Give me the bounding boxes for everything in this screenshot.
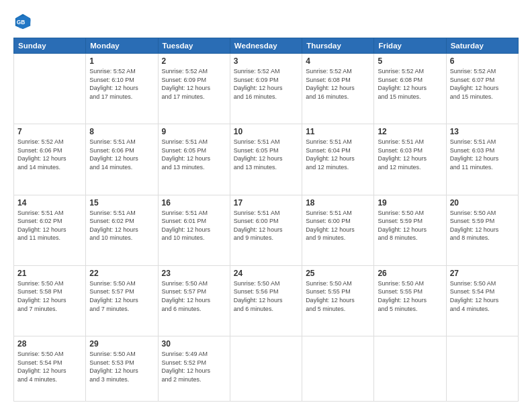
calendar-week-row: 14Sunrise: 5:51 AM Sunset: 6:02 PM Dayli…	[14, 195, 519, 265]
day-of-week-header: Friday	[374, 38, 446, 54]
calendar-cell: 15Sunrise: 5:51 AM Sunset: 6:02 PM Dayli…	[86, 195, 158, 265]
day-number: 5	[378, 56, 442, 66]
calendar-cell: 6Sunrise: 5:52 AM Sunset: 6:07 PM Daylig…	[446, 54, 518, 124]
calendar-cell: 20Sunrise: 5:50 AM Sunset: 5:59 PM Dayli…	[446, 195, 518, 265]
day-number: 7	[17, 127, 82, 136]
calendar-cell: 17Sunrise: 5:51 AM Sunset: 6:00 PM Dayli…	[230, 195, 302, 265]
day-number: 24	[234, 269, 298, 278]
calendar-cell: 18Sunrise: 5:51 AM Sunset: 6:00 PM Dayli…	[302, 195, 374, 265]
day-info: Sunrise: 5:50 AM Sunset: 5:54 PM Dayligh…	[17, 350, 82, 383]
calendar-cell: 26Sunrise: 5:50 AM Sunset: 5:55 PM Dayli…	[374, 265, 446, 336]
day-number: 14	[17, 198, 82, 208]
day-number: 30	[162, 339, 226, 349]
calendar-cell: 19Sunrise: 5:50 AM Sunset: 5:59 PM Dayli…	[374, 195, 446, 265]
day-number: 18	[306, 198, 370, 208]
day-info: Sunrise: 5:51 AM Sunset: 6:03 PM Dayligh…	[450, 138, 515, 171]
calendar-cell: 7Sunrise: 5:52 AM Sunset: 6:06 PM Daylig…	[14, 124, 86, 195]
day-number: 20	[450, 198, 515, 208]
calendar-cell	[230, 336, 302, 402]
day-info: Sunrise: 5:51 AM Sunset: 6:05 PM Dayligh…	[234, 138, 298, 171]
calendar-cell	[374, 336, 446, 402]
day-of-week-header: Sunday	[14, 38, 86, 54]
day-info: Sunrise: 5:50 AM Sunset: 5:59 PM Dayligh…	[378, 209, 442, 242]
day-info: Sunrise: 5:51 AM Sunset: 6:00 PM Dayligh…	[234, 209, 298, 242]
day-number: 1	[89, 56, 154, 66]
day-info: Sunrise: 5:49 AM Sunset: 5:52 PM Dayligh…	[162, 350, 226, 383]
day-info: Sunrise: 5:50 AM Sunset: 5:54 PM Dayligh…	[450, 279, 515, 313]
calendar-cell: 29Sunrise: 5:50 AM Sunset: 5:53 PM Dayli…	[86, 336, 158, 402]
day-number: 16	[162, 198, 226, 208]
svg-text:GB: GB	[17, 19, 26, 26]
calendar-cell: 21Sunrise: 5:50 AM Sunset: 5:58 PM Dayli…	[14, 265, 86, 336]
day-info: Sunrise: 5:52 AM Sunset: 6:09 PM Dayligh…	[234, 67, 298, 101]
calendar-cell: 28Sunrise: 5:50 AM Sunset: 5:54 PM Dayli…	[14, 336, 86, 402]
calendar-body: 1Sunrise: 5:52 AM Sunset: 6:10 PM Daylig…	[14, 54, 519, 402]
calendar-cell: 4Sunrise: 5:52 AM Sunset: 6:08 PM Daylig…	[302, 54, 374, 124]
day-of-week-header: Saturday	[446, 38, 518, 54]
calendar-cell: 16Sunrise: 5:51 AM Sunset: 6:01 PM Dayli…	[158, 195, 230, 265]
day-number: 8	[89, 127, 154, 136]
day-info: Sunrise: 5:52 AM Sunset: 6:09 PM Dayligh…	[162, 67, 226, 101]
day-number: 9	[162, 127, 226, 136]
day-number: 26	[378, 269, 442, 278]
calendar-cell: 30Sunrise: 5:49 AM Sunset: 5:52 PM Dayli…	[158, 336, 230, 402]
day-info: Sunrise: 5:50 AM Sunset: 5:55 PM Dayligh…	[306, 279, 370, 313]
calendar-cell	[446, 336, 518, 402]
calendar-week-row: 7Sunrise: 5:52 AM Sunset: 6:06 PM Daylig…	[14, 124, 519, 195]
day-info: Sunrise: 5:51 AM Sunset: 6:02 PM Dayligh…	[17, 209, 82, 242]
day-of-week-header: Tuesday	[158, 38, 230, 54]
day-info: Sunrise: 5:52 AM Sunset: 6:08 PM Dayligh…	[378, 67, 442, 101]
calendar-cell: 22Sunrise: 5:50 AM Sunset: 5:57 PM Dayli…	[86, 265, 158, 336]
day-number: 6	[450, 56, 515, 66]
day-info: Sunrise: 5:50 AM Sunset: 5:55 PM Dayligh…	[378, 279, 442, 313]
day-number: 22	[89, 269, 154, 278]
day-info: Sunrise: 5:50 AM Sunset: 5:56 PM Dayligh…	[234, 279, 298, 313]
day-info: Sunrise: 5:50 AM Sunset: 5:57 PM Dayligh…	[89, 279, 154, 313]
calendar-cell: 23Sunrise: 5:50 AM Sunset: 5:57 PM Dayli…	[158, 265, 230, 336]
calendar-cell: 8Sunrise: 5:51 AM Sunset: 6:06 PM Daylig…	[86, 124, 158, 195]
day-info: Sunrise: 5:50 AM Sunset: 5:58 PM Dayligh…	[17, 279, 82, 313]
calendar-cell: 1Sunrise: 5:52 AM Sunset: 6:10 PM Daylig…	[86, 54, 158, 124]
calendar-cell	[14, 54, 86, 124]
day-info: Sunrise: 5:50 AM Sunset: 5:57 PM Dayligh…	[162, 279, 226, 313]
day-number: 28	[17, 339, 82, 349]
calendar-cell: 3Sunrise: 5:52 AM Sunset: 6:09 PM Daylig…	[230, 54, 302, 124]
day-number: 10	[234, 127, 298, 136]
day-number: 25	[306, 269, 370, 278]
calendar-week-row: 1Sunrise: 5:52 AM Sunset: 6:10 PM Daylig…	[14, 54, 519, 124]
day-info: Sunrise: 5:51 AM Sunset: 6:00 PM Dayligh…	[306, 209, 370, 242]
calendar-week-row: 28Sunrise: 5:50 AM Sunset: 5:54 PM Dayli…	[14, 336, 519, 402]
day-number: 19	[378, 198, 442, 208]
calendar-cell: 27Sunrise: 5:50 AM Sunset: 5:54 PM Dayli…	[446, 265, 518, 336]
calendar-cell: 10Sunrise: 5:51 AM Sunset: 6:05 PM Dayli…	[230, 124, 302, 195]
day-info: Sunrise: 5:52 AM Sunset: 6:10 PM Dayligh…	[89, 67, 154, 101]
logo: GB	[13, 12, 35, 31]
calendar-cell: 5Sunrise: 5:52 AM Sunset: 6:08 PM Daylig…	[374, 54, 446, 124]
calendar-cell: 13Sunrise: 5:51 AM Sunset: 6:03 PM Dayli…	[446, 124, 518, 195]
calendar-cell: 11Sunrise: 5:51 AM Sunset: 6:04 PM Dayli…	[302, 124, 374, 195]
calendar-cell: 2Sunrise: 5:52 AM Sunset: 6:09 PM Daylig…	[158, 54, 230, 124]
day-info: Sunrise: 5:51 AM Sunset: 6:02 PM Dayligh…	[89, 209, 154, 242]
day-of-week-header: Wednesday	[230, 38, 302, 54]
day-info: Sunrise: 5:51 AM Sunset: 6:04 PM Dayligh…	[306, 138, 370, 171]
day-info: Sunrise: 5:52 AM Sunset: 6:08 PM Dayligh…	[306, 67, 370, 101]
calendar-cell: 24Sunrise: 5:50 AM Sunset: 5:56 PM Dayli…	[230, 265, 302, 336]
day-number: 3	[234, 56, 298, 66]
day-info: Sunrise: 5:51 AM Sunset: 6:06 PM Dayligh…	[89, 138, 154, 171]
day-number: 29	[89, 339, 154, 349]
day-of-week-header: Monday	[86, 38, 158, 54]
page: GB SundayMondayTuesdayWednesdayThursdayF…	[0, 0, 532, 411]
calendar-cell: 12Sunrise: 5:51 AM Sunset: 6:03 PM Dayli…	[374, 124, 446, 195]
day-number: 13	[450, 127, 515, 136]
day-number: 21	[17, 269, 82, 278]
calendar-cell: 9Sunrise: 5:51 AM Sunset: 6:05 PM Daylig…	[158, 124, 230, 195]
calendar-cell	[302, 336, 374, 402]
day-number: 11	[306, 127, 370, 136]
calendar-cell: 25Sunrise: 5:50 AM Sunset: 5:55 PM Dayli…	[302, 265, 374, 336]
day-info: Sunrise: 5:51 AM Sunset: 6:05 PM Dayligh…	[162, 138, 226, 171]
day-info: Sunrise: 5:50 AM Sunset: 5:53 PM Dayligh…	[89, 350, 154, 383]
day-number: 4	[306, 56, 370, 66]
day-number: 17	[234, 198, 298, 208]
day-number: 23	[162, 269, 226, 278]
calendar-cell: 14Sunrise: 5:51 AM Sunset: 6:02 PM Dayli…	[14, 195, 86, 265]
